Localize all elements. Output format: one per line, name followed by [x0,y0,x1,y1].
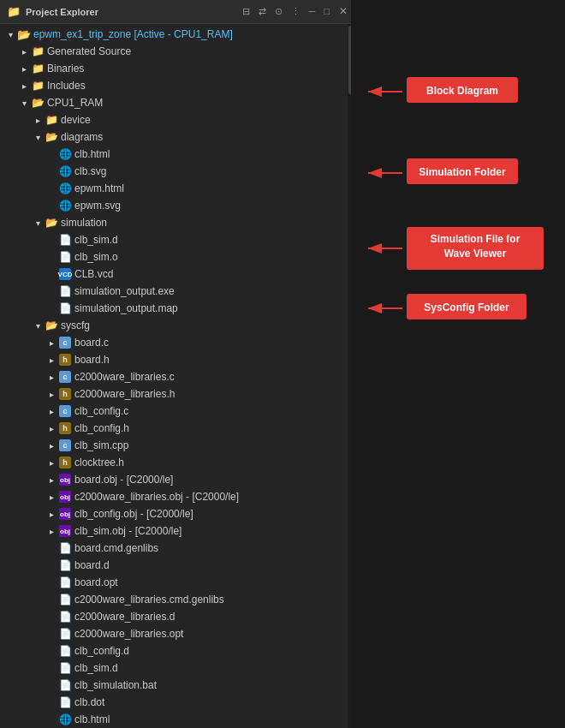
tree-item-clb-html[interactable]: 🌐 clb.html [0,146,354,163]
includes-arrow [17,81,31,91]
tree-item-clb-config-h[interactable]: h clb_config.h [0,420,354,437]
tree-item-clb-dot[interactable]: 📄 clb.dot [0,694,354,711]
tree-item-epwm-svg[interactable]: 🌐 epwm.svg [0,197,354,214]
binaries-label: Binaries [47,63,84,75]
tree-item-board-c[interactable]: c board.c [0,334,354,351]
tree-root[interactable]: 📂 epwm_ex1_trip_zone [Active - CPU1_RAM] [0,26,354,43]
board-h-arrow [45,355,58,365]
tree-item-clb-html2[interactable]: 🌐 clb.html [0,711,354,728]
file-tree[interactable]: 📂 epwm_ex1_trip_zone [Active - CPU1_RAM]… [0,24,354,728]
tree-item-sim-output-exe[interactable]: 📄 simulation_output.exe [0,283,354,300]
simulation-icon: 📂 [45,216,58,230]
tree-item-board-cmd-genlibs[interactable]: 📄 board.cmd.genlibs [0,540,354,557]
tree-item-cpu1-ram[interactable]: 📂 CPU1_RAM [0,94,354,111]
c2000ware-lib-h-arrow [45,390,58,399]
board-c-arrow [45,338,58,348]
tree-item-simulation[interactable]: 📂 simulation [0,214,354,231]
clb-html-label: clb.html [74,148,110,160]
sync-icon[interactable]: ⇄ [256,5,269,18]
tree-item-board-h[interactable]: h board.h [0,351,354,368]
annotations-svg: Block Diagram Simulation Folder Simulati… [351,0,565,728]
tree-item-includes[interactable]: 📁 Includes [0,77,354,94]
tree-item-c2000ware-lib-obj[interactable]: obj c2000ware_libraries.obj - [C2000/le] [0,488,354,505]
maximize-icon[interactable]: □ [321,5,332,18]
clb-sim-cpp-icon: c [58,439,72,452]
cpu1-ram-icon: 📂 [31,96,45,110]
tree-item-c2000ware-d[interactable]: 📄 c2000ware_libraries.d [0,608,354,625]
c2000ware-lib-obj-arrow [45,492,58,502]
c2000ware-lib-obj-label: c2000ware_libraries.obj - [C2000/le] [74,491,239,503]
tree-item-diagrams[interactable]: 📂 diagrams [0,128,354,146]
tree-item-clb-sim-d2[interactable]: 📄 clb_sim.d [0,659,354,677]
tree-item-clb-svg[interactable]: 🌐 clb.svg [0,163,354,180]
clb-sim-cpp-label: clb_sim.cpp [74,439,128,451]
clb-html2-icon: 🌐 [58,713,72,726]
tree-item-generated-source[interactable]: 📁 Generated Source [0,43,354,60]
clb-html2-label: clb.html [74,713,110,725]
board-obj-label: board.obj - [C2000/le] [74,474,173,486]
clb-config-c-arrow [45,407,58,416]
tree-item-c2000ware-lib-h[interactable]: h c2000ware_libraries.h [0,385,354,403]
clb-svg-label: clb.svg [74,165,106,177]
tree-item-clb-vcd[interactable]: VCD CLB.vcd [0,266,354,283]
collapse-icon[interactable]: ⊟ [240,5,253,18]
generated-source-arrow [17,47,31,57]
binaries-icon: 📁 [31,62,45,75]
clb-sim-d-icon: 📄 [58,233,72,247]
tree-item-clb-config-d[interactable]: 📄 clb_config.d [0,642,354,659]
more-icon[interactable]: ⋮ [288,5,303,18]
svg-text:Simulation Folder: Simulation Folder [419,166,506,178]
clocktree-h-label: clocktree.h [74,456,124,468]
tree-item-clb-sim-obj[interactable]: obj clb_sim.obj - [C2000/le] [0,522,354,540]
board-c-label: board.c [74,337,109,349]
svg-text:SysConfig Folder: SysConfig Folder [424,301,509,313]
filter-icon[interactable]: ⊙ [272,5,285,18]
tree-item-syscfg[interactable]: 📂 syscfg [0,317,354,334]
cpu1-ram-label: CPU1_RAM [47,97,103,109]
simulation-label: simulation [61,217,107,229]
clocktree-h-arrow [45,458,58,468]
board-c-icon: c [58,336,72,349]
tree-item-board-opt[interactable]: 📄 board.opt [0,574,354,591]
tree-item-c2000ware-opt[interactable]: 📄 c2000ware_libraries.opt [0,625,354,642]
clb-dot-label: clb.dot [74,696,104,708]
clb-config-c-icon: c [58,404,72,418]
clb-vcd-icon: VCD [58,267,72,281]
c2000ware-cmd-icon: 📄 [58,593,72,606]
binaries-arrow [17,64,31,74]
tree-item-clb-sim-o[interactable]: 📄 clb_sim.o [0,248,354,266]
clb-html-icon: 🌐 [58,147,72,161]
syscfg-label: syscfg [61,319,90,331]
tree-item-sim-output-map[interactable]: 📄 simulation_output.map [0,300,354,317]
tree-item-clb-config-c[interactable]: c clb_config.c [0,403,354,420]
close-button[interactable]: ✕ [339,5,348,18]
minimize-icon[interactable]: ─ [306,5,318,18]
tree-item-c2000ware-cmd[interactable]: 📄 c2000ware_libraries.cmd.genlibs [0,591,354,608]
tree-item-binaries[interactable]: 📁 Binaries [0,60,354,77]
syscfg-arrow [31,321,45,331]
tree-item-clocktree-h[interactable]: h clocktree.h [0,454,354,471]
sim-output-map-icon: 📄 [58,301,72,315]
generated-source-icon: 📁 [31,45,45,58]
tree-item-c2000ware-lib-c[interactable]: c c2000ware_libraries.c [0,368,354,385]
c2000ware-lib-c-arrow [45,373,58,382]
project-explorer-panel: 📁 Project Explorer ⊟ ⇄ ⊙ ⋮ ─ □ ✕ 📂 ep [0,0,355,728]
c2000ware-opt-label: c2000ware_libraries.opt [74,628,183,640]
tree-item-board-obj[interactable]: obj board.obj - [C2000/le] [0,471,354,488]
board-d-icon: 📄 [58,558,72,572]
tree-item-clb-simulation-bat[interactable]: 📄 clb_simulation.bat [0,677,354,694]
folder-icon-header: 📁 [7,5,21,18]
tree-item-clb-sim-cpp[interactable]: c clb_sim.cpp [0,437,354,454]
tree-item-clb-sim-d[interactable]: 📄 clb_sim.d [0,231,354,248]
tree-item-device[interactable]: 📁 device [0,111,354,128]
board-h-icon: h [58,353,72,367]
clb-simulation-bat-label: clb_simulation.bat [74,679,157,691]
c2000ware-lib-c-icon: c [58,370,72,384]
sim-output-exe-icon: 📄 [58,284,72,298]
clb-sim-cpp-arrow [45,441,58,451]
tree-item-clb-config-obj[interactable]: obj clb_config.obj - [C2000/le] [0,505,354,522]
tree-item-board-d[interactable]: 📄 board.d [0,557,354,574]
clb-sim-obj-icon: obj [58,524,72,538]
tree-item-epwm-html[interactable]: 🌐 epwm.html [0,180,354,197]
includes-icon: 📁 [31,79,45,92]
